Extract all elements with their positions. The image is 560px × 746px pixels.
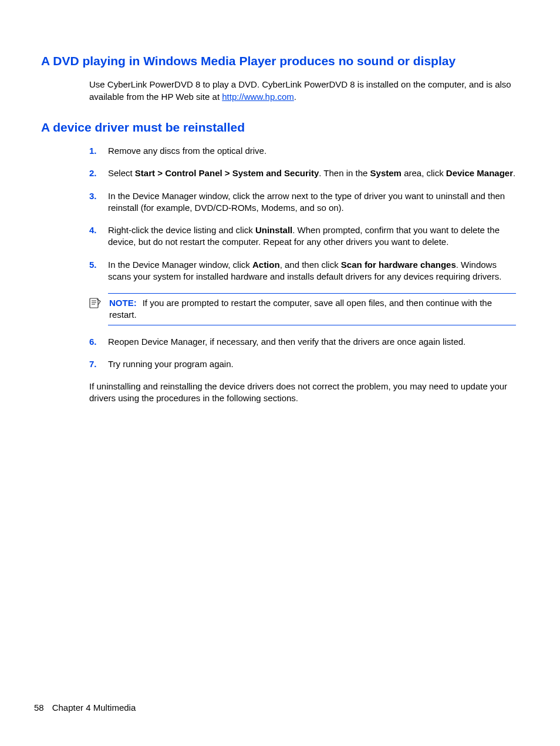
step-number: 4.: [89, 224, 97, 236]
note-content: NOTE:If you are prompted to restart the …: [108, 293, 516, 325]
step-number: 1.: [89, 145, 97, 157]
step-number: 5.: [89, 259, 97, 271]
chapter-label: Chapter 4 Multimedia: [52, 703, 136, 713]
step-5: 5. In the Device Manager window, click A…: [89, 259, 516, 283]
step-number: 3.: [89, 190, 97, 202]
text-cyberlink-pre: Use CyberLink PowerDVD 8 to play a DVD. …: [89, 79, 511, 101]
step-text: , and then click: [280, 260, 341, 270]
step-7: 7. Try running your program again.: [89, 358, 516, 370]
step-text: In the Device Manager window, click the …: [108, 191, 505, 213]
bold-uninstall: Uninstall: [255, 225, 292, 235]
svg-rect-0: [90, 298, 98, 308]
step-6: 6. Reopen Device Manager, if necessary, …: [89, 336, 516, 348]
bold-path: Start > Control Panel > System and Secur…: [135, 168, 319, 178]
page-footer: 58Chapter 4 Multimedia: [34, 702, 136, 714]
steps-list-cont: 6. Reopen Device Manager, if necessary, …: [89, 336, 516, 371]
text-cyberlink-post: .: [294, 92, 296, 102]
step-3: 3. In the Device Manager window, click t…: [89, 190, 516, 214]
heading-dvd-no-sound: A DVD playing in Windows Media Player pr…: [41, 53, 525, 69]
bold-devicemgr: Device Manager: [446, 168, 513, 178]
step-text: . Then in the: [319, 168, 370, 178]
para-tail: If uninstalling and reinstalling the dev…: [89, 381, 516, 405]
step-text: Remove any discs from the optical drive.: [108, 146, 266, 156]
note-icon: [89, 293, 102, 311]
step-text: Select: [108, 168, 135, 178]
step-1: 1. Remove any discs from the optical dri…: [89, 145, 516, 157]
note-block: NOTE:If you are prompted to restart the …: [89, 293, 516, 325]
heading-reinstall-driver: A device driver must be reinstalled: [41, 119, 525, 136]
bold-system: System: [370, 168, 402, 178]
note-label: NOTE:: [109, 298, 137, 308]
step-number: 6.: [89, 336, 97, 348]
step-number: 2.: [89, 167, 97, 179]
step-4: 4. Right-click the device listing and cl…: [89, 224, 516, 248]
bold-action: Action: [252, 260, 280, 270]
step-number: 7.: [89, 358, 97, 370]
step-text: area, click: [402, 168, 446, 178]
step-2: 2. Select Start > Control Panel > System…: [89, 167, 516, 179]
step-text: In the Device Manager window, click: [108, 260, 252, 270]
bold-scan: Scan for hardware changes: [341, 260, 456, 270]
para-cyberlink: Use CyberLink PowerDVD 8 to play a DVD. …: [89, 79, 516, 103]
note-text: If you are prompted to restart the compu…: [109, 298, 492, 320]
step-text: Right-click the device listing and click: [108, 225, 255, 235]
step-text: .: [513, 168, 515, 178]
steps-list: 1. Remove any discs from the optical dri…: [89, 145, 516, 283]
step-text: Try running your program again.: [108, 359, 234, 369]
step-text: Reopen Device Manager, if necessary, and…: [108, 337, 465, 347]
link-hp[interactable]: http://www.hp.com: [222, 92, 294, 102]
page-number: 58: [34, 703, 44, 713]
